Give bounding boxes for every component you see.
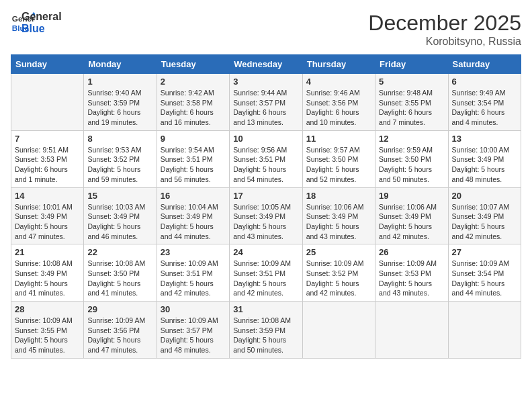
col-monday: Monday — [84, 55, 157, 74]
day-number: 7 — [15, 134, 80, 144]
location-title: Korobitsyno, Russia — [368, 36, 521, 48]
calendar-cell: 29Sunrise: 10:09 AM Sunset: 3:56 PM Dayl… — [84, 302, 157, 359]
calendar-cell: 21Sunrise: 10:08 AM Sunset: 3:49 PM Dayl… — [11, 244, 84, 302]
day-info: Sunrise: 10:09 AM Sunset: 3:57 PM Daylig… — [161, 316, 226, 355]
calendar-cell: 20Sunrise: 10:07 AM Sunset: 3:49 PM Dayl… — [448, 187, 521, 244]
day-info: Sunrise: 10:06 AM Sunset: 3:49 PM Daylig… — [306, 202, 371, 242]
calendar-cell: 3Sunrise: 9:44 AM Sunset: 3:57 PM Daylig… — [230, 74, 302, 131]
calendar-cell: 17Sunrise: 10:05 AM Sunset: 3:49 PM Dayl… — [230, 187, 302, 244]
day-number: 4 — [306, 77, 371, 87]
day-number: 16 — [161, 191, 226, 201]
day-number: 11 — [306, 134, 371, 144]
col-wednesday: Wednesday — [230, 55, 302, 74]
calendar-cell: 23Sunrise: 10:09 AM Sunset: 3:51 PM Dayl… — [157, 244, 229, 302]
month-title: December 2025 — [368, 11, 521, 36]
calendar-cell — [11, 74, 84, 131]
col-friday: Friday — [375, 55, 448, 74]
calendar-cell: 13Sunrise: 10:00 AM Sunset: 3:49 PM Dayl… — [448, 130, 521, 187]
calendar-cell: 12Sunrise: 9:59 AM Sunset: 3:50 PM Dayli… — [375, 130, 448, 187]
calendar-week-5: 28Sunrise: 10:09 AM Sunset: 3:55 PM Dayl… — [11, 302, 521, 359]
calendar-cell: 8Sunrise: 9:53 AM Sunset: 3:52 PM Daylig… — [84, 130, 157, 187]
day-info: Sunrise: 9:48 AM Sunset: 3:55 PM Dayligh… — [379, 88, 444, 128]
calendar-cell: 9Sunrise: 9:54 AM Sunset: 3:51 PM Daylig… — [157, 130, 229, 187]
day-number: 29 — [87, 304, 152, 314]
day-info: Sunrise: 10:08 AM Sunset: 3:59 PM Daylig… — [233, 316, 298, 355]
calendar-week-2: 7Sunrise: 9:51 AM Sunset: 3:53 PM Daylig… — [11, 130, 521, 187]
day-info: Sunrise: 10:08 AM Sunset: 3:49 PM Daylig… — [15, 259, 80, 298]
day-info: Sunrise: 10:09 AM Sunset: 3:51 PM Daylig… — [161, 259, 226, 298]
calendar-cell: 24Sunrise: 10:09 AM Sunset: 3:51 PM Dayl… — [230, 244, 302, 302]
calendar-week-4: 21Sunrise: 10:08 AM Sunset: 3:49 PM Dayl… — [11, 244, 521, 302]
day-info: Sunrise: 9:59 AM Sunset: 3:50 PM Dayligh… — [379, 145, 444, 185]
day-number: 9 — [161, 134, 226, 144]
day-number: 25 — [306, 247, 371, 257]
calendar-cell: 27Sunrise: 10:09 AM Sunset: 3:54 PM Dayl… — [448, 244, 521, 302]
day-number: 8 — [87, 134, 152, 144]
day-info: Sunrise: 10:08 AM Sunset: 3:50 PM Daylig… — [87, 259, 152, 298]
calendar-cell: 11Sunrise: 9:57 AM Sunset: 3:50 PM Dayli… — [302, 130, 375, 187]
day-number: 20 — [452, 191, 517, 201]
day-number: 6 — [452, 77, 517, 87]
logo-blue: Blue — [21, 23, 62, 35]
day-info: Sunrise: 10:09 AM Sunset: 3:51 PM Daylig… — [233, 259, 298, 298]
calendar-week-1: 1Sunrise: 9:40 AM Sunset: 3:59 PM Daylig… — [11, 74, 521, 131]
day-number: 24 — [233, 247, 298, 257]
calendar-week-3: 14Sunrise: 10:01 AM Sunset: 3:49 PM Dayl… — [11, 187, 521, 244]
day-info: Sunrise: 9:42 AM Sunset: 3:58 PM Dayligh… — [161, 88, 226, 128]
calendar-cell: 15Sunrise: 10:03 AM Sunset: 3:49 PM Dayl… — [84, 187, 157, 244]
calendar-cell: 4Sunrise: 9:46 AM Sunset: 3:56 PM Daylig… — [302, 74, 375, 131]
col-saturday: Saturday — [448, 55, 521, 74]
calendar-cell — [302, 302, 375, 359]
col-thursday: Thursday — [302, 55, 375, 74]
calendar-table: Sunday Monday Tuesday Wednesday Thursday… — [11, 54, 521, 359]
title-area: December 2025 Korobitsyno, Russia — [368, 11, 521, 48]
day-number: 21 — [15, 247, 80, 257]
day-info: Sunrise: 10:04 AM Sunset: 3:49 PM Daylig… — [161, 202, 226, 242]
day-number: 12 — [379, 134, 444, 144]
day-info: Sunrise: 10:09 AM Sunset: 3:54 PM Daylig… — [452, 259, 517, 298]
day-number: 3 — [233, 77, 298, 87]
calendar-cell: 25Sunrise: 10:09 AM Sunset: 3:52 PM Dayl… — [302, 244, 375, 302]
calendar-cell: 2Sunrise: 9:42 AM Sunset: 3:58 PM Daylig… — [157, 74, 229, 131]
logo-general: General — [21, 11, 62, 23]
calendar-cell — [448, 302, 521, 359]
day-number: 22 — [87, 247, 152, 257]
day-number: 19 — [379, 191, 444, 201]
calendar-cell: 14Sunrise: 10:01 AM Sunset: 3:49 PM Dayl… — [11, 187, 84, 244]
day-info: Sunrise: 10:09 AM Sunset: 3:56 PM Daylig… — [87, 316, 152, 355]
day-number: 30 — [161, 304, 226, 314]
day-info: Sunrise: 10:09 AM Sunset: 3:53 PM Daylig… — [379, 259, 444, 298]
day-info: Sunrise: 10:01 AM Sunset: 3:49 PM Daylig… — [15, 202, 80, 242]
day-number: 1 — [87, 77, 152, 87]
calendar-cell: 10Sunrise: 9:56 AM Sunset: 3:51 PM Dayli… — [230, 130, 302, 187]
calendar-cell: 30Sunrise: 10:09 AM Sunset: 3:57 PM Dayl… — [157, 302, 229, 359]
calendar-cell: 7Sunrise: 9:51 AM Sunset: 3:53 PM Daylig… — [11, 130, 84, 187]
day-info: Sunrise: 10:09 AM Sunset: 3:55 PM Daylig… — [15, 316, 80, 355]
day-info: Sunrise: 10:00 AM Sunset: 3:49 PM Daylig… — [452, 145, 517, 185]
day-info: Sunrise: 9:49 AM Sunset: 3:54 PM Dayligh… — [452, 88, 517, 128]
header-row: Sunday Monday Tuesday Wednesday Thursday… — [11, 55, 521, 74]
day-info: Sunrise: 9:51 AM Sunset: 3:53 PM Dayligh… — [15, 145, 80, 185]
calendar-cell: 1Sunrise: 9:40 AM Sunset: 3:59 PM Daylig… — [84, 74, 157, 131]
day-number: 17 — [233, 191, 298, 201]
day-number: 31 — [233, 304, 298, 314]
col-sunday: Sunday — [11, 55, 84, 74]
day-info: Sunrise: 10:05 AM Sunset: 3:49 PM Daylig… — [233, 202, 298, 242]
calendar-cell: 19Sunrise: 10:06 AM Sunset: 3:49 PM Dayl… — [375, 187, 448, 244]
day-number: 5 — [379, 77, 444, 87]
day-info: Sunrise: 10:03 AM Sunset: 3:49 PM Daylig… — [87, 202, 152, 242]
day-info: Sunrise: 9:56 AM Sunset: 3:51 PM Dayligh… — [233, 145, 298, 185]
day-number: 2 — [161, 77, 226, 87]
day-number: 23 — [161, 247, 226, 257]
calendar-cell — [375, 302, 448, 359]
day-number: 10 — [233, 134, 298, 144]
day-number: 15 — [87, 191, 152, 201]
day-info: Sunrise: 9:40 AM Sunset: 3:59 PM Dayligh… — [87, 88, 152, 128]
calendar-cell: 26Sunrise: 10:09 AM Sunset: 3:53 PM Dayl… — [375, 244, 448, 302]
calendar-cell: 18Sunrise: 10:06 AM Sunset: 3:49 PM Dayl… — [302, 187, 375, 244]
day-number: 28 — [15, 304, 80, 314]
day-info: Sunrise: 9:53 AM Sunset: 3:52 PM Dayligh… — [87, 145, 152, 185]
day-info: Sunrise: 10:06 AM Sunset: 3:49 PM Daylig… — [379, 202, 444, 242]
day-info: Sunrise: 9:44 AM Sunset: 3:57 PM Dayligh… — [233, 88, 298, 128]
day-number: 13 — [452, 134, 517, 144]
